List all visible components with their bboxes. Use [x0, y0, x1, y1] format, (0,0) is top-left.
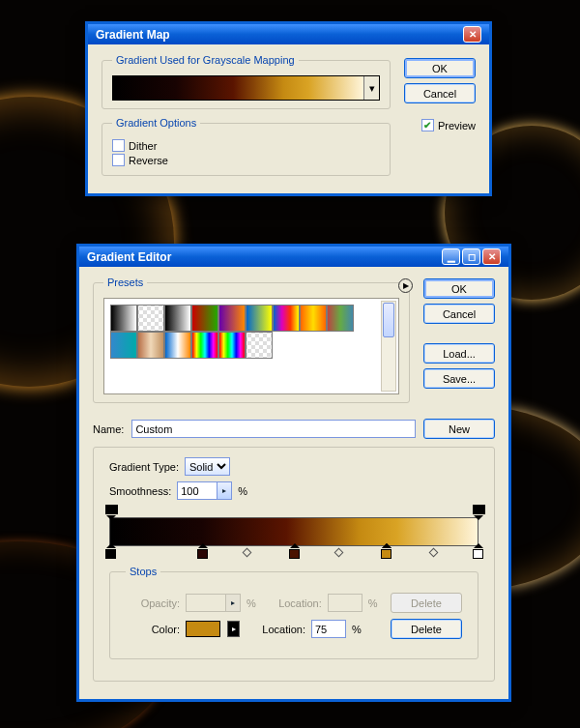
color-stop[interactable]	[197, 546, 208, 560]
name-input[interactable]	[131, 420, 416, 438]
new-button[interactable]: New	[423, 419, 495, 439]
load-button[interactable]: Load...	[423, 343, 495, 364]
preset-swatch[interactable]	[191, 305, 218, 332]
dither-checkbox[interactable]: Dither	[112, 138, 380, 153]
stops-group: Stops Opacity: ▸ % Location: % Delete Co…	[109, 566, 478, 659]
reverse-checkbox[interactable]: Reverse	[112, 153, 380, 167]
location-label: Location:	[246, 624, 305, 635]
gradient-map-dialog: Gradient Map ✕ Gradient Used for Graysca…	[85, 21, 492, 196]
preset-swatch[interactable]	[137, 332, 164, 359]
preset-swatch[interactable]	[110, 305, 137, 332]
color-stop[interactable]	[105, 546, 116, 560]
name-label: Name:	[93, 423, 124, 435]
type-label: Gradient Type:	[109, 461, 179, 473]
gradient-map-title: Gradient Map	[96, 28, 170, 42]
presets-panel	[103, 298, 399, 394]
ok-button[interactable]: OK	[423, 278, 495, 299]
cancel-button[interactable]: Cancel	[423, 304, 495, 324]
preset-swatch[interactable]	[246, 332, 273, 359]
stops-legend: Stops	[126, 566, 160, 577]
gradient-map-titlebar[interactable]: Gradient Map ✕	[88, 21, 489, 44]
gradient-settings-group: Gradient Type: Solid Smoothness: ▸ %	[93, 447, 495, 682]
opacity-input	[186, 594, 226, 612]
preset-swatch[interactable]	[327, 305, 354, 332]
gradient-editor-dialog: Gradient Editor ▁ ◻ ✕ Presets ▶ OK Cance…	[76, 244, 511, 702]
gradient-type-select[interactable]: Solid	[185, 457, 230, 476]
presets-group: Presets ▶	[93, 277, 410, 403]
preset-swatch[interactable]	[137, 305, 164, 332]
preset-swatch[interactable]	[273, 305, 300, 332]
color-swatch[interactable]	[186, 621, 220, 637]
color-stop[interactable]	[473, 546, 483, 560]
mapping-group: Gradient Used for Grayscale Mapping ▾	[102, 54, 391, 109]
save-button[interactable]: Save...	[423, 368, 495, 389]
opacity-stop[interactable]	[473, 504, 483, 517]
presets-menu-icon[interactable]: ▶	[398, 278, 413, 293]
location-label: Location:	[262, 597, 322, 609]
delete-opacity-stop-button: Delete	[391, 593, 462, 613]
preset-swatch[interactable]	[164, 305, 191, 332]
color-stop[interactable]	[289, 546, 300, 560]
color-location-input[interactable]	[311, 620, 346, 638]
gradient-editor-title: Gradient Editor	[87, 250, 171, 264]
preset-swatch[interactable]	[218, 332, 246, 359]
opacity-label: Opacity:	[126, 597, 180, 609]
preview-checkbox[interactable]: ✔Preview	[421, 118, 476, 132]
mapping-legend: Gradient Used for Grayscale Mapping	[112, 54, 299, 66]
preset-swatch[interactable]	[164, 332, 191, 359]
options-legend: Gradient Options	[112, 117, 200, 129]
color-label: Color:	[126, 624, 180, 635]
options-group: Gradient Options Dither Reverse	[102, 117, 391, 176]
ok-button[interactable]: OK	[404, 58, 476, 78]
chevron-right-icon[interactable]: ▸	[227, 621, 240, 637]
smoothness-input[interactable]	[177, 481, 218, 500]
smoothness-label: Smoothness:	[109, 485, 171, 497]
close-icon[interactable]: ✕	[463, 26, 481, 43]
chevron-right-icon[interactable]: ▸	[218, 481, 232, 500]
gradient-editor-titlebar[interactable]: Gradient Editor ▁ ◻ ✕	[79, 244, 508, 267]
close-icon[interactable]: ✕	[482, 248, 501, 265]
gradient-strip[interactable]	[109, 517, 478, 546]
opacity-location-input	[328, 594, 362, 612]
maximize-icon[interactable]: ◻	[462, 248, 480, 265]
preset-swatch[interactable]	[246, 305, 273, 332]
chevron-down-icon[interactable]: ▾	[363, 76, 379, 100]
preset-swatch[interactable]	[191, 332, 218, 359]
chevron-right-icon: ▸	[226, 594, 241, 612]
color-stop[interactable]	[381, 546, 392, 560]
cancel-button[interactable]: Cancel	[404, 83, 476, 103]
preset-swatch[interactable]	[300, 305, 327, 332]
minimize-icon[interactable]: ▁	[442, 248, 460, 265]
delete-color-stop-button[interactable]: Delete	[391, 619, 462, 639]
presets-legend: Presets	[103, 277, 147, 288]
opacity-stop[interactable]	[105, 504, 116, 517]
gradient-preview-bar[interactable]: ▾	[112, 75, 380, 101]
presets-scrollbar[interactable]	[381, 301, 396, 392]
preset-swatch[interactable]	[218, 305, 246, 332]
preset-swatch[interactable]	[110, 332, 137, 359]
